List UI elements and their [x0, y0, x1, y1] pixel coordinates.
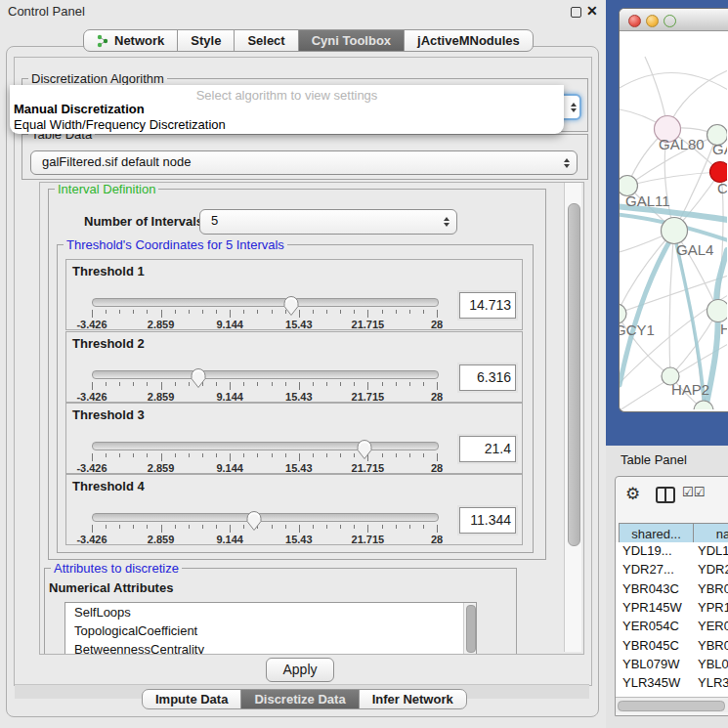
tab-infer-network[interactable]: Infer Network	[359, 689, 467, 709]
tick-mark	[409, 453, 410, 457]
slider-track[interactable]	[92, 442, 439, 450]
table-row[interactable]: YDR27...YDR2	[616, 561, 728, 579]
slider-thumb[interactable]	[356, 439, 373, 460]
float-window-icon[interactable]	[571, 7, 581, 18]
gear-icon[interactable]: ⚙	[625, 484, 640, 504]
algorithm-option-equal-width[interactable]: Equal Width/Frequency Discretization	[14, 117, 226, 132]
network-edge	[620, 72, 727, 90]
threshold-box-1: Threshold 1-3.4262.8599.14415.4321.71528…	[65, 259, 523, 330]
tick-mark	[230, 310, 231, 318]
tab-style[interactable]: Style	[177, 29, 235, 52]
tick-mark	[367, 525, 368, 533]
algorithm-option-manual[interactable]: Manual Discretization	[14, 102, 145, 116]
threshold-value-field[interactable]: 6.316	[459, 364, 516, 391]
list-item-topologicalcoefficient[interactable]: TopologicalCoefficient	[65, 621, 476, 640]
network-node-bottom-node[interactable]	[694, 401, 713, 409]
tick-mark	[119, 310, 120, 314]
slider-thumb[interactable]	[245, 510, 263, 532]
scrollbar-thumb[interactable]	[466, 605, 476, 653]
apply-button[interactable]: Apply	[266, 658, 334, 682]
tick-mark	[119, 382, 120, 386]
settings-scrollbar[interactable]	[564, 183, 581, 652]
tab-discretize-data[interactable]: Discretize Data	[240, 689, 359, 709]
tab-jactivemnodules[interactable]: jActiveMNodules	[404, 29, 534, 52]
thresholds-group: Threshold's Coordinates for 5 Intervals …	[57, 244, 534, 553]
table-row[interactable]: YPR145WYPR1	[616, 599, 728, 618]
threshold-value-field[interactable]: 21.4	[459, 436, 516, 462]
node-label: HAP2	[671, 381, 709, 398]
network-canvas[interactable]: GAL80GACGAL11GAL4GCY1HHAP2	[620, 30, 727, 409]
threshold-value-field[interactable]: 14.713	[459, 292, 516, 319]
node-label: GA	[712, 141, 727, 157]
tab-impute-data[interactable]: Impute Data	[142, 689, 241, 709]
table-row[interactable]: YDL19...YDL1	[616, 542, 728, 561]
numerical-attributes-list[interactable]: SelfLoopsTopologicalCoefficientBetweenne…	[64, 602, 477, 655]
scale-label: 21.715	[352, 319, 385, 330]
slider-track[interactable]	[92, 370, 439, 379]
tick-mark	[437, 382, 438, 390]
table-row[interactable]: YBR045CYBR0	[616, 637, 728, 656]
threshold-value-field[interactable]: 11.344	[459, 507, 516, 534]
tick-mark	[161, 310, 162, 318]
tab-select[interactable]: Select	[234, 29, 298, 52]
table-data-combo[interactable]: galFiltered.sif default node	[30, 150, 578, 175]
tick-mark	[189, 525, 190, 529]
zoom-traffic-light-icon[interactable]	[664, 15, 676, 27]
slider-track[interactable]	[92, 298, 439, 307]
tick-mark	[396, 310, 397, 314]
slider-track[interactable]	[92, 513, 439, 522]
table-rows: YDL19...YDL1YDR27...YDR2YBR043CYBR0YPR14…	[616, 542, 728, 697]
tick-mark	[272, 310, 273, 314]
list-item-betweennesscentrality[interactable]: BetweennessCentrality	[65, 640, 476, 655]
number-of-intervals-combo[interactable]: 5	[199, 209, 457, 235]
tab-network[interactable]: Network	[83, 29, 178, 52]
close-traffic-light-icon[interactable]	[628, 15, 641, 27]
cell-name: YPR1	[698, 600, 728, 615]
network-window-titlebar[interactable]	[620, 9, 728, 31]
slider-thumb[interactable]	[190, 367, 207, 389]
table-horizontal-scrollbar[interactable]	[616, 697, 728, 712]
network-node-h[interactable]	[707, 300, 728, 322]
table-panel-title: Table Panel	[621, 452, 687, 467]
number-of-intervals-value: 5	[211, 213, 218, 228]
tick-mark	[230, 525, 231, 533]
close-icon[interactable]: ✕	[586, 3, 598, 19]
table-row[interactable]: YBR043CYBR0	[616, 580, 728, 599]
network-node-gal4[interactable]	[662, 218, 688, 244]
scale-label: 15.43	[285, 534, 313, 545]
table-row[interactable]: YLR345WYLR3	[616, 674, 728, 693]
table-data-group: Table Data galFiltered.sif default node	[21, 134, 588, 180]
cell-shared-name: YPR145W	[622, 600, 682, 615]
checkbox-icons[interactable]: ☑☑	[682, 485, 705, 499]
tick-mark	[272, 453, 273, 457]
table-row[interactable]: YBL079WYBL0	[616, 656, 728, 674]
scrollbar-thumb[interactable]	[568, 203, 580, 546]
tick-mark	[299, 525, 300, 533]
scale-label: 2.859	[148, 391, 175, 403]
tick-mark	[409, 525, 410, 529]
scale-label: 28	[431, 462, 443, 474]
tick-mark	[202, 453, 203, 457]
scale-label: -3.426	[76, 391, 107, 403]
minimize-traffic-light-icon[interactable]	[646, 15, 659, 27]
tick-mark	[409, 382, 410, 386]
scrollbar-thumb[interactable]	[618, 701, 725, 711]
tab-cyni-toolbox[interactable]: Cyni Toolbox	[298, 29, 405, 52]
tick-mark	[257, 310, 258, 314]
scale-label: 2.859	[148, 319, 175, 330]
tick-mark	[313, 382, 314, 386]
tick-mark	[216, 453, 217, 457]
tick-mark	[326, 525, 327, 529]
list-scrollbar[interactable]	[463, 603, 476, 655]
tab-label: Select	[247, 33, 284, 48]
list-item-selfloops[interactable]: SelfLoops	[65, 603, 476, 621]
tick-mark	[230, 382, 231, 390]
tick-mark	[147, 382, 148, 386]
table-row[interactable]: YER054CYER0	[616, 618, 728, 636]
cell-shared-name: YER054C	[622, 619, 679, 633]
network-node-gcy1[interactable]	[620, 304, 626, 323]
tick-mark	[106, 525, 107, 529]
cell-shared-name: YBL079W	[622, 657, 680, 671]
slider-thumb[interactable]	[282, 295, 300, 317]
column-split-icon[interactable]	[656, 487, 675, 503]
